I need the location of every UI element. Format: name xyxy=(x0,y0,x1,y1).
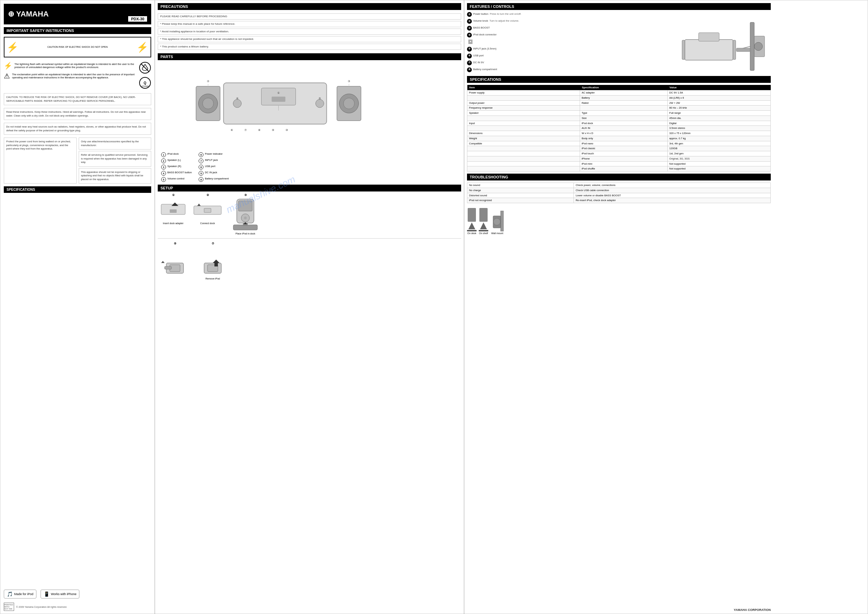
table-row: Power supply AC adapter DC 9V 1.5A xyxy=(467,90,771,96)
problem-3: Distorted sound xyxy=(467,193,574,198)
lightning-desc: The lightning flash with arrowhead symbo… xyxy=(14,62,135,69)
ipod-icon: 🎵 xyxy=(7,591,13,597)
precautions-header: PRECAUTIONS xyxy=(158,3,461,10)
table-row: iPhone Original, 3G, 3GS xyxy=(467,156,771,161)
part-num-2: 2 xyxy=(161,159,166,163)
step-num-2: ② xyxy=(206,194,209,197)
troubleshoot-header: TROUBLESHOOTING xyxy=(467,174,771,180)
cell-value: DC 9V 1.5A xyxy=(667,90,770,96)
svg-text:⑤: ⑤ xyxy=(319,97,321,100)
yamaha-corp-text: YAMAHA CORPORATION xyxy=(734,608,771,612)
speaker-label-3: Wall mount xyxy=(491,232,504,235)
ctrl-7: ⑦ DC IN 9V xyxy=(467,61,671,65)
cell-value: Digital xyxy=(667,121,770,126)
features-top: ① Power button Press to turn the unit on… xyxy=(467,12,771,74)
setup-divider xyxy=(158,238,461,239)
eco-text: PRINTED WITH SOY INK xyxy=(4,604,14,610)
warning-text-2: CAUTION: TO REDUCE THE RISK OF ELECTRIC … xyxy=(6,96,136,103)
table-row: Weight Body only approx. 0.7 kg xyxy=(467,136,771,141)
lightning-symbol-row: ⚡ The lightning flash with arrowhead sym… xyxy=(4,62,135,70)
device-illustration xyxy=(681,12,771,74)
ctrl-num-5: ⑤ xyxy=(467,47,472,51)
svg-text:⑧: ⑧ xyxy=(258,129,260,132)
cell-item: Speaker xyxy=(467,111,580,116)
speaker-body-1 xyxy=(468,208,476,222)
table-row: iPod shuffle Not supported xyxy=(467,166,771,171)
controls-description: ① Power button Press to turn the unit on… xyxy=(467,12,671,74)
step-3-svg xyxy=(226,197,264,232)
warning-box: ⚡ CAUTION RISK OF ELECTRIC SHOCK DO NOT … xyxy=(4,37,151,58)
safety-text-right-2: Refer all servicing to qualified service… xyxy=(81,153,148,164)
setup-step-remove-2: ⑦ Remove iPod xyxy=(195,242,230,280)
spec-line-2: * Avoid installing appliance in location… xyxy=(158,28,461,35)
svg-rect-34 xyxy=(239,201,252,211)
two-col-blocks: Protect the power cord from being walked… xyxy=(4,137,151,183)
svg-text:①: ① xyxy=(277,92,280,95)
col-item: Item xyxy=(467,85,580,90)
cell-value: AA (LR6) x 6 xyxy=(667,95,770,100)
part-label-1: iPod dock xyxy=(167,152,179,155)
exclaim-symbol-row: ⚠ The exclamation point within an equila… xyxy=(4,72,135,80)
svg-rect-45 xyxy=(699,33,719,41)
cell-value: Full range xyxy=(667,111,770,116)
parts-title: PARTS xyxy=(160,54,173,59)
speaker-section: On desk On shelf Wall mount xyxy=(467,205,771,612)
part-label-4: BASS BOOST button xyxy=(167,171,192,174)
step-3-desc: Place iPod in dock xyxy=(236,232,255,235)
cell-value: Not supported xyxy=(667,166,770,171)
speaker-stand-1 xyxy=(468,222,475,229)
eco-icon: PRINTED WITH SOY INK xyxy=(4,603,14,611)
svg-text:Q: Q xyxy=(144,81,146,85)
cell-spec: iPod dock xyxy=(580,121,667,126)
precautions-title: PRECAUTIONS xyxy=(160,5,188,9)
safety-block-right-1: Only use attachments/accessories specifi… xyxy=(79,137,152,149)
cell-spec: Size xyxy=(580,115,667,121)
step-remove-1-svg xyxy=(158,246,192,277)
spec-text-2: * Avoid installing appliance in location… xyxy=(160,30,229,33)
ctrl-num-7: ⑦ xyxy=(467,61,472,65)
part-label-8: USB port xyxy=(205,165,215,168)
cell-value: 120GB xyxy=(667,146,770,151)
bottom-spec-header: SPECIFICATIONS xyxy=(4,187,151,193)
part-item-6: 6 Power indicator xyxy=(198,152,229,157)
cell-item xyxy=(467,126,580,131)
part-item-8: 8 USB port xyxy=(198,165,229,169)
part-item-3: 3 Speaker (R) xyxy=(161,165,192,169)
part-item-10: A Battery compartment xyxy=(198,177,229,182)
safety-block-right-3: This apparatus should not be exposed to … xyxy=(79,168,152,184)
part-label-6: Power indicator xyxy=(205,152,223,155)
ctrl-label-2: Volume knob xyxy=(473,19,488,23)
cell-item xyxy=(467,146,580,151)
setup-step-remove-1: ⑤ xyxy=(158,242,192,277)
ctrl-num-6: ⑥ xyxy=(467,54,472,58)
step-remove-2-svg xyxy=(195,246,230,277)
ctrl-label-3: BASS BOOST xyxy=(473,26,490,30)
safety-block-2: Do not install near any heat sources suc… xyxy=(4,123,151,135)
ctrl-num-2: ② xyxy=(467,19,472,24)
problem-1: No sound xyxy=(467,183,574,188)
ipod-badge-text: Made for iPod xyxy=(14,592,33,596)
cell-value: Original, 3G, 3GS xyxy=(667,156,770,161)
cell-value: Not supported xyxy=(667,161,770,166)
middle-column: PRECAUTIONS PLEASE READ CAREFULLY BEFORE… xyxy=(155,0,464,614)
svg-rect-41 xyxy=(164,266,172,269)
cell-item xyxy=(467,95,580,100)
yamaha-logo: ⊕ YAMAHA xyxy=(8,9,49,19)
setup-figures-bottom: ⑤ ⑦ Remove iP xyxy=(158,242,461,280)
svg-rect-44 xyxy=(685,40,733,60)
model-name: PDX-30 xyxy=(128,16,147,22)
part-item-2: 2 Speaker (L) xyxy=(161,159,192,163)
cell-spec: iPod touch xyxy=(580,151,667,156)
step-num-1: ① xyxy=(172,194,175,197)
troubleshoot-table: No sound Check power, volume, connection… xyxy=(467,183,771,203)
svg-rect-32 xyxy=(204,208,211,213)
cell-item xyxy=(467,115,580,121)
cell-spec: iPod mini xyxy=(580,161,667,166)
solution-1: Check power, volume, connections xyxy=(574,183,771,188)
safety-title: IMPORTANT SAFETY INSTRUCTIONS xyxy=(6,28,74,33)
ipod-badge: 🎵 Made for iPod xyxy=(4,589,36,598)
ctrl-8: ⑧ Battery compartment xyxy=(467,67,671,72)
cell-spec: iPod nano xyxy=(580,141,667,146)
ctrl-num-8: ⑧ xyxy=(467,67,472,72)
parts-label-list: 1 iPod dock 2 Speaker (L) 3 Speaker (R) … xyxy=(158,152,461,183)
